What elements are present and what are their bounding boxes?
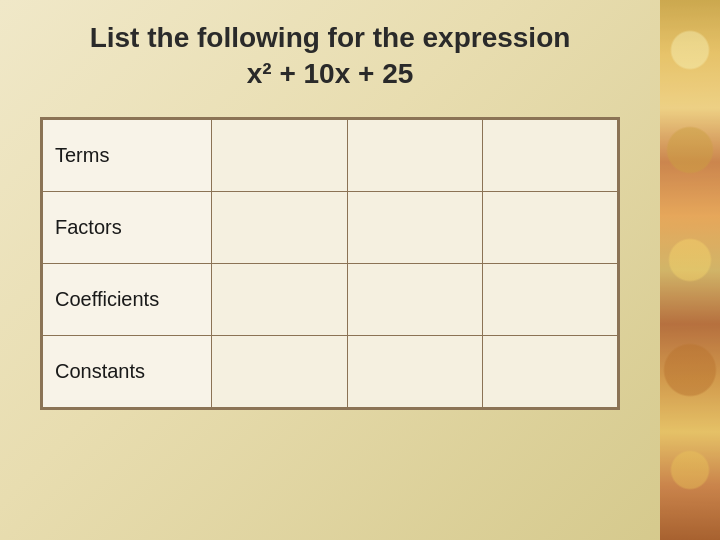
row-label-factors: Factors <box>43 191 212 263</box>
row-label-coefficients: Coefficients <box>43 263 212 335</box>
cell-1-4 <box>482 191 617 263</box>
title-line2: x² + 10x + 25 <box>247 58 414 89</box>
cell-1-3 <box>347 191 482 263</box>
table-container: TermsFactorsCoefficientsConstants <box>40 117 620 410</box>
cell-0-3 <box>347 119 482 191</box>
cell-3-3 <box>347 335 482 407</box>
cell-2-4 <box>482 263 617 335</box>
row-label-terms: Terms <box>43 119 212 191</box>
cell-1-2 <box>212 191 347 263</box>
row-label-constants: Constants <box>43 335 212 407</box>
decorative-border <box>660 0 720 540</box>
table-row: Constants <box>43 335 618 407</box>
table-row: Terms <box>43 119 618 191</box>
cell-0-4 <box>482 119 617 191</box>
cell-3-2 <box>212 335 347 407</box>
cell-2-2 <box>212 263 347 335</box>
title-line1: List the following for the expression <box>90 22 571 53</box>
table-row: Coefficients <box>43 263 618 335</box>
page-title: List the following for the expression x²… <box>90 20 571 93</box>
cell-3-4 <box>482 335 617 407</box>
expression-table: TermsFactorsCoefficientsConstants <box>42 119 618 408</box>
cell-0-2 <box>212 119 347 191</box>
table-row: Factors <box>43 191 618 263</box>
cell-2-3 <box>347 263 482 335</box>
main-content: List the following for the expression x²… <box>0 0 660 540</box>
